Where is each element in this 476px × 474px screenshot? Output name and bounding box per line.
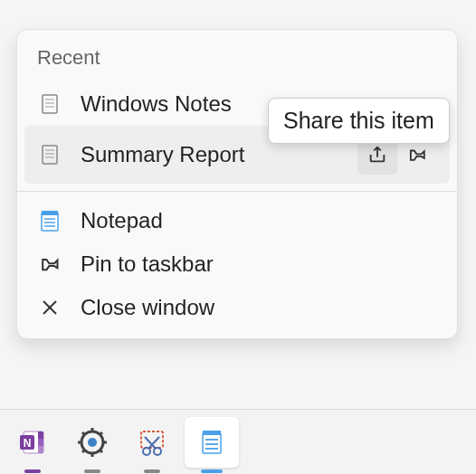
notepad-icon [37, 208, 62, 233]
taskbar-item-notepad[interactable] [185, 417, 239, 468]
svg-point-22 [88, 438, 97, 447]
taskbar-indicator [144, 469, 160, 473]
task-pin-to-taskbar[interactable]: Pin to taskbar [17, 242, 457, 286]
svg-rect-18 [38, 446, 43, 453]
document-icon [37, 91, 62, 117]
app-item-notepad[interactable]: Notepad [17, 199, 457, 242]
task-label: Close window [81, 295, 437, 320]
taskbar-indicator [201, 469, 223, 473]
svg-rect-36 [203, 433, 221, 453]
recent-item-label: Summary Report [81, 142, 357, 167]
snipping-tool-icon [136, 426, 168, 459]
taskbar-indicator [24, 469, 41, 473]
tooltip: Share this item [268, 98, 450, 144]
svg-line-27 [82, 432, 85, 435]
close-icon [37, 295, 62, 320]
svg-line-30 [100, 432, 102, 435]
taskbar-item-snipping-tool[interactable] [125, 417, 179, 468]
svg-text:N: N [24, 437, 32, 450]
svg-line-28 [100, 450, 102, 452]
settings-icon [76, 426, 109, 459]
task-label: Pin to taskbar [81, 251, 437, 277]
jumplist-menu: Recent Windows Notes Summary Report [16, 29, 458, 339]
svg-rect-17 [38, 439, 43, 446]
svg-rect-37 [203, 431, 221, 435]
task-close-window[interactable]: Close window [17, 286, 457, 329]
notepad-icon [195, 426, 228, 459]
taskbar-item-onenote[interactable]: N [5, 417, 60, 468]
recent-section-header: Recent [17, 30, 457, 82]
document-icon [37, 142, 62, 167]
onenote-icon: N [16, 426, 49, 459]
app-item-label: Notepad [81, 208, 437, 233]
svg-line-29 [82, 450, 85, 452]
divider [17, 191, 457, 192]
pin-icon [37, 251, 62, 277]
svg-rect-0 [43, 95, 57, 113]
taskbar-indicator [84, 469, 100, 473]
taskbar: N [0, 409, 476, 474]
svg-rect-16 [38, 431, 43, 439]
svg-rect-4 [43, 146, 57, 164]
tooltip-text: Share this item [283, 108, 434, 133]
taskbar-item-settings[interactable] [65, 417, 119, 468]
svg-rect-9 [42, 211, 58, 215]
